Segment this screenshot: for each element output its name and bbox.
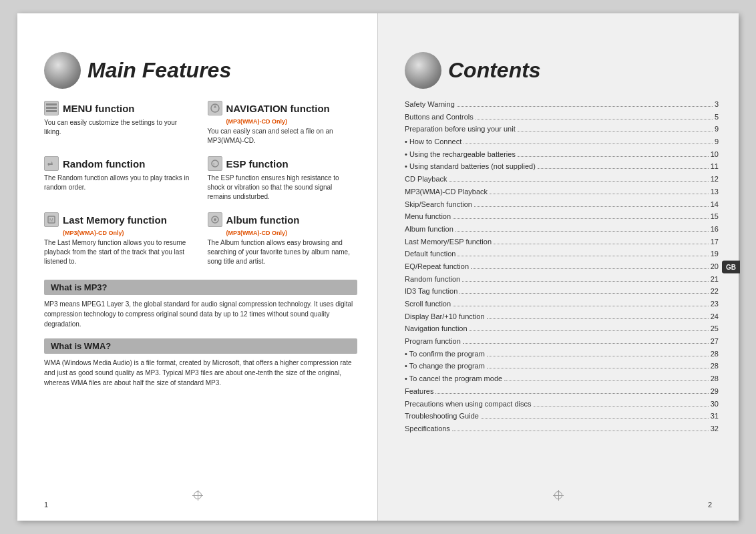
dots — [481, 418, 709, 419]
main-features-title: Main Features — [44, 52, 357, 89]
dots — [453, 306, 709, 306]
dots — [518, 156, 709, 157]
dots — [435, 393, 708, 394]
dots — [462, 281, 709, 282]
contents-item-label: Using the rechargeable batteries — [405, 148, 516, 161]
feature-last-memory-header: M Last Memory function — [44, 212, 194, 227]
contents-item-label: Skip/Search function — [405, 198, 472, 211]
feature-menu-title: MENU function — [63, 103, 134, 114]
feature-esp-title: ESP function — [226, 158, 289, 170]
feature-album-title: Album function — [226, 214, 300, 226]
contents-page-ref: 20 — [711, 260, 719, 273]
contents-page-ref: 9 — [715, 136, 719, 148]
contents-item-label: To cancel the program mode — [405, 372, 502, 385]
feature-navigation-desc: You can easily scan and select a file on… — [208, 127, 358, 146]
gb-badge: GB — [722, 261, 740, 274]
dots — [504, 380, 709, 381]
contents-item-label: Program function — [405, 335, 461, 348]
contents-item-label: Preparation before using your unit — [405, 123, 516, 136]
contents-row: Navigation function25 — [405, 322, 719, 335]
dots — [487, 318, 709, 319]
feature-last-memory-icon: M — [44, 212, 59, 227]
wma-desc: WMA (Windows Media Audio) is a file form… — [44, 358, 357, 388]
contents-row: Scroll function23 — [405, 298, 719, 310]
contents-row: MP3(WMA)-CD Playback13 — [405, 186, 719, 198]
contents-row: Troubleshooting Guide31 — [405, 410, 719, 423]
feature-album-icon — [208, 212, 222, 227]
feature-navigation-title: NAVIGATION function — [226, 103, 330, 114]
page-right: Contents Safety Warning3Buttons and Cont… — [378, 13, 739, 521]
contents-item-label: Features — [405, 385, 433, 398]
contents-item-label: To confirm the program — [405, 348, 485, 360]
contents-item-label: Album function — [405, 223, 453, 236]
contents-title-section: Contents — [405, 52, 719, 89]
feature-esp-icon: ! — [208, 156, 222, 171]
dots — [487, 356, 709, 356]
contents-row: Display Bar/+10 function24 — [405, 310, 719, 323]
dots — [455, 231, 709, 232]
contents-item-label: Buttons and Controls — [405, 111, 474, 123]
contents-row: To confirm the program28 — [405, 348, 719, 360]
contents-item-label: Specifications — [405, 423, 450, 435]
dots — [457, 256, 708, 256]
feature-random-desc: The Random function allows you to play t… — [44, 174, 194, 192]
feature-random-icon: ⇄ — [44, 156, 59, 171]
dots — [487, 368, 709, 368]
contents-item-label: Default function — [405, 248, 455, 260]
contents-item-label: How to Connect — [405, 136, 461, 148]
contents-page-ref: 32 — [711, 423, 719, 435]
contents-row: Safety Warning3 — [405, 98, 719, 111]
wma-header: What is WMA? — [44, 338, 357, 354]
contents-item-label: EQ/Repeat function — [405, 260, 469, 273]
contents-page-ref: 25 — [711, 322, 719, 335]
contents-item-label: Scroll function — [405, 298, 451, 310]
right-page-number: 2 — [708, 501, 712, 509]
svg-point-11 — [214, 218, 216, 221]
feature-last-memory-subtitle: (MP3(WMA)-CD Only) — [63, 230, 194, 236]
dots — [474, 206, 709, 207]
contents-row: Features29 — [405, 385, 719, 398]
features-grid: MENU function You can easily customize t… — [44, 101, 357, 270]
dots — [490, 194, 709, 194]
dots — [463, 343, 709, 344]
contents-row: Default function19 — [405, 248, 719, 260]
contents-row: To change the program28 — [405, 360, 719, 372]
mp3-section: What is MP3? MP3 means MPEG1 Layer 3, th… — [44, 280, 357, 329]
dots — [494, 244, 709, 244]
right-title: Contents — [448, 58, 541, 83]
feature-navigation-subtitle: (MP3(WMA)-CD Only) — [226, 118, 358, 125]
dots — [476, 119, 713, 119]
feature-random-header: ⇄ Random function — [44, 156, 194, 171]
contents-page-ref: 27 — [711, 335, 719, 348]
contents-row: Last Memory/ESP function17 — [405, 236, 719, 248]
feature-esp-header: ! ESP function — [208, 156, 358, 171]
contents-item-label: Display Bar/+10 function — [405, 310, 485, 323]
wma-section: What is WMA? WMA (Windows Media Audio) i… — [44, 338, 357, 388]
dots — [452, 431, 709, 431]
ball-icon-left — [44, 52, 81, 89]
dots — [538, 168, 709, 169]
dots — [471, 268, 709, 269]
contents-row: To cancel the program mode28 — [405, 372, 719, 385]
contents-row: Album function16 — [405, 223, 719, 236]
contents-page-ref: 28 — [711, 348, 719, 360]
feature-esp-desc: The ESP function ensures high resistance… — [208, 174, 358, 202]
contents-row: Precautions when using compact discs30 — [405, 398, 719, 411]
contents-row: CD Playback12 — [405, 173, 719, 186]
svg-text:⇄: ⇄ — [47, 160, 53, 168]
contents-row: How to Connect9 — [405, 136, 719, 148]
dots — [463, 144, 713, 144]
feature-last-memory: M Last Memory function (MP3(WMA)-CD Only… — [44, 212, 194, 266]
feature-last-memory-title: Last Memory function — [63, 214, 167, 226]
contents-row: EQ/Repeat function20 — [405, 260, 719, 273]
contents-page-ref: 31 — [711, 410, 719, 423]
contents-table: Safety Warning3Buttons and Controls5Prep… — [405, 98, 719, 435]
feature-album-header: Album function — [208, 212, 358, 227]
feature-navigation-header: NAVIGATION function — [208, 101, 358, 115]
contents-page-ref: 14 — [711, 198, 719, 211]
contents-page-ref: 28 — [711, 360, 719, 372]
dots — [469, 330, 709, 331]
dots — [518, 131, 713, 131]
contents-page-ref: 5 — [715, 111, 719, 123]
svg-text:M: M — [49, 218, 53, 222]
